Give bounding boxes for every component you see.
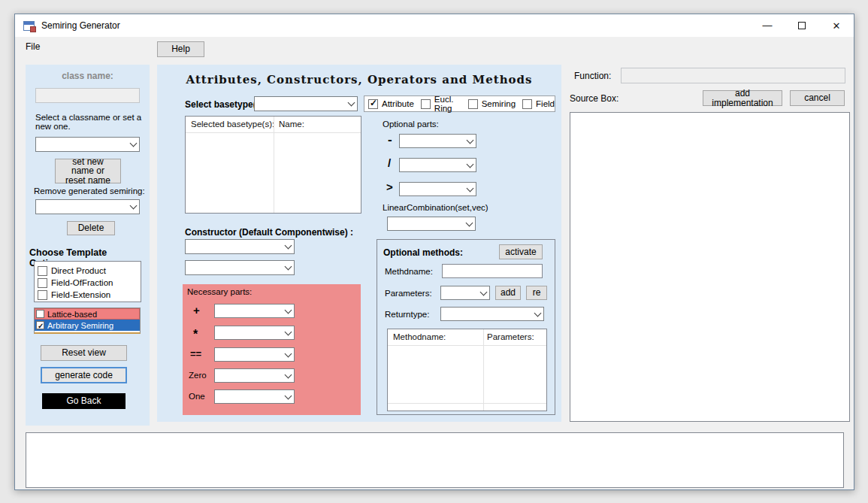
app-icon [23,21,35,31]
chevron-down-icon [282,261,294,274]
one-label: One [189,392,205,401]
source-box-label: Source Box: [570,93,618,104]
menu-file[interactable]: File [20,39,45,54]
minimize-button[interactable]: — [750,14,785,37]
lattice-based-checkbox[interactable] [36,310,44,318]
left-panel: class name: Select a classname or set a … [26,65,150,426]
activate-button[interactable]: activate [499,244,543,259]
zero-combobox[interactable] [214,368,295,383]
go-back-button[interactable]: Go Back [42,393,126,409]
select-classname-hint: Select a classname or set a new one. [35,113,144,131]
parameters-combobox[interactable] [440,286,490,300]
delete-button[interactable]: Delete [67,221,115,235]
basetype-combobox[interactable] [254,96,358,111]
linear-combination-label: LinearCombination(set,vec) [383,203,488,212]
template-option-row: Direct Product [38,265,141,277]
chevron-down-icon [345,97,357,111]
returntype-label: Returntype: [385,310,429,319]
window-controls: — ✕ [750,14,854,37]
output-textarea[interactable] [26,432,844,488]
app-window: Semiring Generator — ✕ File Help class n… [14,14,854,490]
divide-operator-combobox[interactable] [399,158,476,172]
field-extension-checkbox[interactable] [38,290,47,300]
field-of-fraction-checkbox[interactable] [38,278,47,288]
semiring-label: Semiring [482,99,516,108]
direct-product-label: Direct Product [51,266,106,275]
column-header-methodname[interactable]: Methodname: [393,332,446,341]
list-item-arbitrary-semiring[interactable]: Arbitrary Semiring [35,320,140,331]
scrollbar-divider [388,403,546,404]
eucl-ring-checkbox[interactable] [421,99,431,109]
optional-methods-title: Optional methods: [383,247,463,258]
minus-operator-combobox[interactable] [399,134,476,148]
zero-label: Zero [189,371,207,380]
chevron-down-icon [464,183,476,195]
greater-than-combobox[interactable] [399,182,476,196]
close-icon: ✕ [833,20,841,32]
chevron-down-icon [282,305,294,317]
necessary-parts-panel: Necessary parts: + * == Zero One [183,284,361,415]
chevron-down-icon [282,369,294,382]
add-implementation-button[interactable]: add implementation [703,90,782,106]
attribute-checkbox[interactable] [368,99,378,109]
function-input[interactable] [621,68,845,83]
center-panel: Attributes, Constructors, Operators and … [157,65,561,422]
column-header-selected-basetypes[interactable]: Selected basetype(s): [191,120,274,129]
list-item-lattice-based[interactable]: Lattice-based [35,308,140,320]
class-name-label: class name: [26,71,150,81]
plus-operator-combobox[interactable] [214,304,295,318]
template-options-group: Direct Product Field-OfFraction Field-Ex… [34,261,141,302]
help-button[interactable]: Help [157,41,204,57]
multiply-operator-combobox[interactable] [214,326,295,340]
equals-operator-combobox[interactable] [214,347,295,362]
chevron-down-icon [282,390,294,403]
reset-view-button[interactable]: Reset view [41,345,127,361]
field-checkbox[interactable] [522,99,532,109]
maximize-button[interactable] [785,14,819,37]
basetype-checkbox-strip: Attribute Eucl. Ring Semiring Field [364,95,555,112]
basetype-option: Semiring [468,99,516,109]
class-name-input[interactable] [35,88,140,103]
one-combobox[interactable] [214,389,295,404]
multiply-operator-label: * [193,328,198,341]
direct-product-checkbox[interactable] [38,266,47,276]
column-header-parameters[interactable]: Parameters: [487,332,534,341]
greater-than-operator-label: > [386,180,393,193]
generate-code-button[interactable]: generate code [41,367,127,383]
chevron-down-icon [531,308,543,320]
maximize-icon [798,22,806,29]
optional-methods-group: Optional methods: activate Methdname: Pa… [377,239,555,415]
chevron-down-icon [282,348,294,361]
column-header-name[interactable]: Name: [279,120,304,129]
field-label: Field [536,99,555,108]
arbitrary-semiring-checkbox[interactable] [36,321,44,329]
title-bar: Semiring Generator — ✕ [15,14,854,37]
remove-parameter-button[interactable]: re [526,286,547,300]
add-parameter-button[interactable]: add [495,286,521,300]
classname-combobox[interactable] [35,137,140,152]
parameters-label: Parameters: [385,289,432,298]
column-divider [274,117,274,213]
function-label: Function: [574,71,611,81]
eucl-ring-label: Eucl. Ring [434,95,461,113]
close-button[interactable]: ✕ [819,14,854,37]
remove-semiring-combobox[interactable] [35,199,140,214]
returntype-combobox[interactable] [440,307,544,321]
chevron-down-icon [282,240,294,253]
semiring-checkbox[interactable] [468,99,478,109]
constructor-combobox-2[interactable] [185,260,295,275]
set-new-name-button[interactable]: set new name or reset name [55,159,121,183]
selected-basetypes-listview[interactable]: Selected basetype(s): Name: [185,116,361,214]
lattice-based-label: Lattice-based [47,310,97,319]
constructor-combobox-1[interactable] [185,239,295,254]
column-divider [483,329,484,411]
chevron-down-icon [463,217,475,230]
linear-combination-combobox[interactable] [387,217,476,231]
methods-listview[interactable]: Methodname: Parameters: [387,329,547,411]
cancel-button[interactable]: cancel [790,90,845,106]
methodname-input[interactable] [442,264,543,278]
field-extension-label: Field-Extension [51,290,110,299]
arbitrary-semiring-label: Arbitrary Semiring [47,321,113,330]
menu-bar: File [15,37,854,56]
source-box-textarea[interactable] [570,112,850,422]
